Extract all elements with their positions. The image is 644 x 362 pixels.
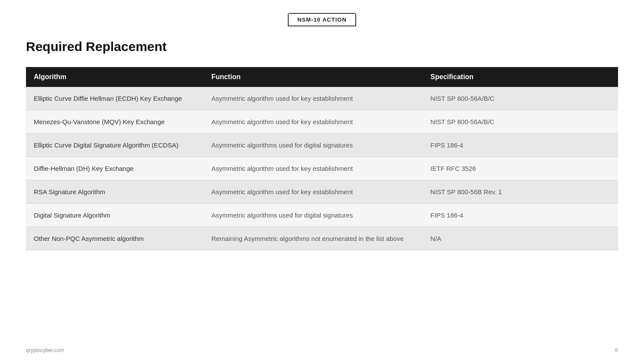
table-row: RSA Signature AlgorithmAsymmetric algori…	[26, 180, 618, 204]
footer-website: qryptocyber.com	[26, 347, 64, 353]
table-wrapper: Algorithm Function Specification Ellipti…	[26, 67, 618, 250]
cell-function: Asymmetric algorithms used for digital s…	[203, 204, 422, 227]
footer-page-number: 6	[615, 347, 618, 353]
badge-label: NSM-10 ACTION	[297, 16, 347, 23]
cell-specification: FIPS 186-4	[423, 204, 618, 227]
cell-specification: N/A	[423, 227, 618, 250]
cell-function: Asymmetric algorithms used for digital s…	[203, 134, 422, 157]
footer: qryptocyber.com 6	[26, 347, 618, 353]
col-function: Function	[203, 67, 422, 87]
cell-algorithm: RSA Signature Algorithm	[26, 180, 203, 204]
cell-function: Asymmetric algorithm used for key establ…	[203, 180, 422, 204]
cell-specification: FIPS 186-4	[423, 134, 618, 157]
col-algorithm: Algorithm	[26, 67, 203, 87]
table-row: Digital Signature AlgorithmAsymmetric al…	[26, 204, 618, 227]
cell-algorithm: Menezes-Qu-Vanstone (MQV) Key Exchange	[26, 110, 203, 134]
cell-specification: NIST SP 800-56B Rev. 1	[423, 180, 618, 204]
table-row: Elliptic Curve Digital Signature Algorit…	[26, 134, 618, 157]
cell-function: Remaining Asymmetric algorithms not enum…	[203, 227, 422, 250]
nsm-badge: NSM-10 ACTION	[288, 13, 356, 26]
cell-algorithm: Diffie-Hellman (DH) Key Exchange	[26, 157, 203, 180]
cell-specification: IETF RFC 3526	[423, 157, 618, 180]
cell-algorithm: Elliptic Curve Digital Signature Algorit…	[26, 134, 203, 157]
cell-function: Asymmetric algorithm used for key establ…	[203, 157, 422, 180]
cell-algorithm: Other Non-PQC Asymmetric algorithm	[26, 227, 203, 250]
top-badge-area: NSM-10 ACTION	[26, 13, 618, 26]
cell-specification: NIST SP 800-56A/B/C	[423, 87, 618, 110]
cell-function: Asymmetric algorithm used for key establ…	[203, 110, 422, 134]
table-row: Diffie-Hellman (DH) Key ExchangeAsymmetr…	[26, 157, 618, 180]
table-row: Elliptic Curve Diffie Hellman (ECDH) Key…	[26, 87, 618, 110]
table-row: Menezes-Qu-Vanstone (MQV) Key ExchangeAs…	[26, 110, 618, 134]
cell-function: Asymmetric algorithm used for key establ…	[203, 87, 422, 110]
cell-algorithm: Digital Signature Algorithm	[26, 204, 203, 227]
cell-algorithm: Elliptic Curve Diffie Hellman (ECDH) Key…	[26, 87, 203, 110]
table-row: Other Non-PQC Asymmetric algorithmRemain…	[26, 227, 618, 250]
col-specification: Specification	[423, 67, 618, 87]
page-container: NSM-10 ACTION Required Replacement Algor…	[0, 0, 644, 362]
cell-specification: NIST SP 800-56A/B/C	[423, 110, 618, 134]
table-header-row: Algorithm Function Specification	[26, 67, 618, 87]
algorithms-table: Algorithm Function Specification Ellipti…	[26, 67, 618, 250]
page-title: Required Replacement	[26, 39, 618, 54]
